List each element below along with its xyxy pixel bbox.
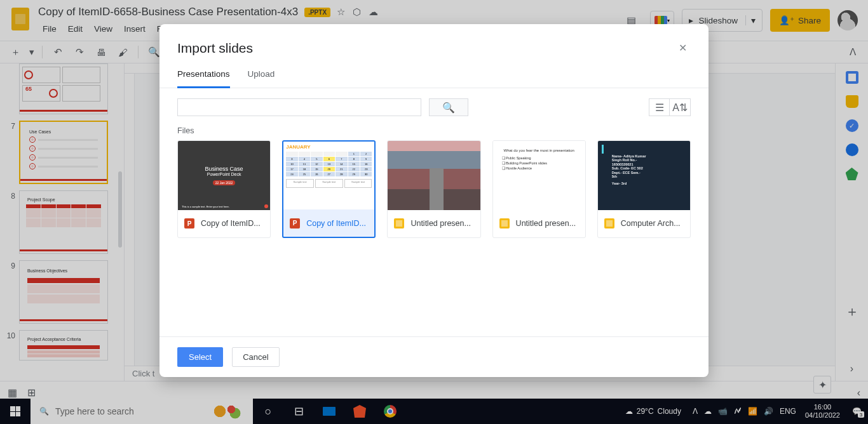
dialog-title: Import slides bbox=[177, 41, 675, 56]
slides-icon bbox=[394, 218, 404, 229]
select-button[interactable]: Select bbox=[177, 347, 223, 367]
view-toggle: ☰ A⇅ bbox=[649, 98, 691, 116]
pptx-icon bbox=[184, 218, 194, 229]
close-icon[interactable]: ✕ bbox=[675, 38, 691, 58]
search-button[interactable]: 🔍 bbox=[429, 98, 468, 116]
file-card-1[interactable]: Business Case PowerPoint Deck 22 Jan 202… bbox=[177, 140, 271, 238]
file-card-4[interactable]: What do you fear the most in presentatio… bbox=[492, 140, 586, 238]
tab-upload[interactable]: Upload bbox=[248, 69, 275, 88]
file-card-5[interactable]: Name- Aditya Kumar Singh Roll No.- 16500… bbox=[597, 140, 691, 238]
file-preview bbox=[388, 141, 480, 210]
sort-icon[interactable]: A⇅ bbox=[670, 99, 690, 116]
cancel-button[interactable]: Cancel bbox=[232, 347, 279, 367]
file-name: Copy of ItemID... bbox=[201, 219, 261, 228]
file-card-3[interactable]: Untitled presen... bbox=[387, 140, 480, 238]
file-name: Copy of ItemID... bbox=[306, 219, 366, 228]
file-preview: Name- Aditya Kumar Singh Roll No.- 16500… bbox=[598, 141, 690, 210]
slides-icon bbox=[604, 218, 614, 229]
file-preview: Business Case PowerPoint Deck 22 Jan 202… bbox=[178, 141, 270, 210]
files-grid: Business Case PowerPoint Deck 22 Jan 202… bbox=[159, 140, 709, 336]
pptx-icon bbox=[290, 218, 300, 229]
file-preview: JANUARY 12 3456789 10111213141516 171819… bbox=[283, 142, 374, 209]
modal-overlay: Import slides ✕ Presentations Upload 🔍 ☰… bbox=[0, 0, 868, 424]
dialog-tabs: Presentations Upload bbox=[159, 58, 709, 88]
list-view-icon[interactable]: ☰ bbox=[649, 99, 670, 116]
search-icon: 🔍 bbox=[442, 102, 455, 114]
tab-presentations[interactable]: Presentations bbox=[177, 69, 230, 88]
file-name: Untitled presen... bbox=[410, 219, 471, 228]
import-slides-dialog: Import slides ✕ Presentations Upload 🔍 ☰… bbox=[159, 24, 709, 377]
files-label: Files bbox=[159, 126, 709, 140]
file-preview: What do you fear the most in presentatio… bbox=[493, 141, 585, 210]
search-input[interactable] bbox=[177, 98, 421, 116]
file-name: Untitled presen... bbox=[516, 219, 576, 228]
slides-icon bbox=[499, 218, 510, 229]
file-card-2[interactable]: JANUARY 12 3456789 10111213141516 171819… bbox=[282, 140, 376, 238]
file-name: Computer Arch... bbox=[621, 219, 681, 228]
